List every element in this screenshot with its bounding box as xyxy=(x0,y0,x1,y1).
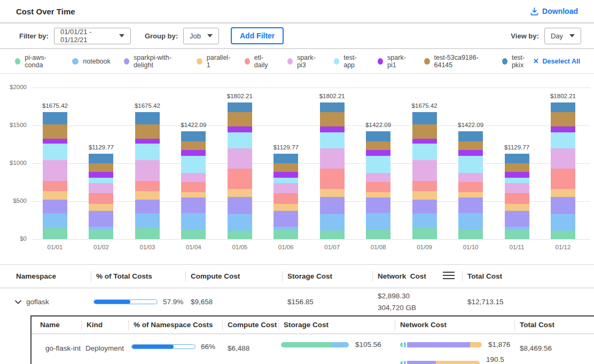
bar-segment-test-app[interactable] xyxy=(135,144,160,160)
bar-segment-etl-daily[interactable] xyxy=(366,182,390,192)
bar-segment-test-53ca9186-64145[interactable] xyxy=(505,163,529,172)
bar-segment-test-app[interactable] xyxy=(412,144,437,160)
bar-segment-spark-pi1[interactable] xyxy=(458,150,483,156)
legend-item-parallel-1[interactable]: parallel-1 xyxy=(197,54,231,69)
bar-segment-test-pkix[interactable] xyxy=(412,112,437,124)
bar-segment-sparkpi-with-delight[interactable] xyxy=(89,211,113,227)
bar-segment-etl-daily[interactable] xyxy=(181,182,206,192)
bar-segment-notebook[interactable] xyxy=(135,213,160,228)
bar-segment-test-app[interactable] xyxy=(551,132,575,148)
col-storage[interactable]: Storage Cost xyxy=(278,319,395,331)
stacked-bar-01/08[interactable] xyxy=(366,131,390,239)
bar-segment-parallel-1[interactable] xyxy=(228,189,252,197)
bar-segment-sparkpi-with-delight[interactable] xyxy=(551,197,575,214)
col-network[interactable]: Network Cost xyxy=(395,319,514,331)
bar-segment-parallel-1[interactable] xyxy=(135,191,160,200)
bar-segment-pi-aws-conda[interactable] xyxy=(320,231,345,239)
bar-segment-test-53ca9186-64145[interactable] xyxy=(273,163,298,172)
bar-segment-spark-pi1[interactable] xyxy=(43,139,67,144)
bar-segment-test-53ca9186-64145[interactable] xyxy=(89,163,113,172)
bar-segment-test-app[interactable] xyxy=(458,156,483,172)
legend-item-test-pkix[interactable]: test-pkix xyxy=(502,54,533,69)
bar-segment-test-app[interactable] xyxy=(181,156,206,172)
bar-segment-test-53ca9186-64145[interactable] xyxy=(320,112,345,127)
bar-segment-test-app[interactable] xyxy=(228,132,252,148)
col-kind[interactable]: Kind xyxy=(81,319,128,331)
bar-segment-test-53ca9186-64145[interactable] xyxy=(135,124,160,139)
col-storage[interactable]: Storage Cost xyxy=(282,271,372,282)
bar-segment-notebook[interactable] xyxy=(320,214,345,231)
bar-segment-notebook[interactable] xyxy=(412,213,437,228)
bar-segment-spark-pi1[interactable] xyxy=(366,150,390,156)
bar-segment-spark-pi3[interactable] xyxy=(551,148,575,168)
bar-segment-test-53ca9186-64145[interactable] xyxy=(551,112,575,127)
bar-segment-spark-pi1[interactable] xyxy=(412,139,437,144)
bar-segment-test-pkix[interactable] xyxy=(135,112,160,124)
legend-item-sparkpi-with-delight[interactable]: sparkpi-with-delight xyxy=(124,54,183,69)
bar-segment-sparkpi-with-delight[interactable] xyxy=(181,197,206,213)
bar-segment-parallel-1[interactable] xyxy=(181,192,206,197)
bar-segment-parallel-1[interactable] xyxy=(458,192,483,197)
col-total[interactable]: Total Cost xyxy=(514,319,594,331)
bar-segment-spark-pi3[interactable] xyxy=(320,148,345,168)
bar-segment-spark-pi3[interactable] xyxy=(505,183,529,193)
bar-segment-pi-aws-conda[interactable] xyxy=(412,228,437,239)
bar-segment-etl-daily[interactable] xyxy=(43,181,67,191)
namespace-expander[interactable]: goflask xyxy=(0,298,91,306)
col-compute[interactable]: Compute Cost xyxy=(222,319,278,331)
bar-segment-notebook[interactable] xyxy=(551,214,575,231)
bar-segment-parallel-1[interactable] xyxy=(273,204,298,211)
group-by-dropdown[interactable]: Job xyxy=(183,28,219,44)
col-network[interactable]: Network Cost xyxy=(372,271,462,282)
stacked-bar-01/11[interactable] xyxy=(505,154,529,239)
bar-segment-test-pkix[interactable] xyxy=(551,102,575,112)
legend-item-test-app[interactable]: test-app xyxy=(334,54,364,69)
legend-item-notebook[interactable]: notebook xyxy=(72,58,110,65)
column-menu-icon[interactable] xyxy=(443,272,455,280)
legend-item-etl-daily[interactable]: etl-daily xyxy=(245,54,274,69)
col-pct-total[interactable]: % of Total Costs xyxy=(91,271,185,282)
bar-segment-pi-aws-conda[interactable] xyxy=(366,230,390,239)
bar-segment-pi-aws-conda[interactable] xyxy=(89,230,113,239)
bar-segment-spark-pi1[interactable] xyxy=(551,126,575,132)
bar-segment-parallel-1[interactable] xyxy=(366,192,390,197)
bar-segment-pi-aws-conda[interactable] xyxy=(135,228,160,239)
stacked-bar-01/09[interactable] xyxy=(412,112,437,239)
deselect-all-button[interactable]: ✕ Deselect All xyxy=(533,57,580,65)
bar-segment-parallel-1[interactable] xyxy=(43,191,67,200)
bar-segment-test-app[interactable] xyxy=(366,156,390,172)
bar-segment-spark-pi3[interactable] xyxy=(89,183,113,193)
col-compute[interactable]: Compute Cost xyxy=(185,271,282,282)
bar-segment-notebook[interactable] xyxy=(43,213,67,228)
bar-segment-test-53ca9186-64145[interactable] xyxy=(412,124,437,139)
bar-segment-test-app[interactable] xyxy=(273,178,298,183)
bar-segment-test-app[interactable] xyxy=(43,144,67,160)
bar-segment-etl-daily[interactable] xyxy=(273,193,298,204)
bar-segment-parallel-1[interactable] xyxy=(412,191,437,200)
bar-segment-sparkpi-with-delight[interactable] xyxy=(43,200,67,213)
bar-segment-spark-pi1[interactable] xyxy=(273,172,298,178)
bar-segment-sparkpi-with-delight[interactable] xyxy=(412,200,437,213)
bar-segment-parallel-1[interactable] xyxy=(89,204,113,211)
bar-segment-sparkpi-with-delight[interactable] xyxy=(228,197,252,214)
legend-item-test-53ca9186-64145[interactable]: test-53ca9186-64145 xyxy=(424,54,489,69)
col-total[interactable]: Total Cost xyxy=(462,271,578,282)
bar-segment-test-pkix[interactable] xyxy=(505,154,529,163)
stacked-bar-01/03[interactable] xyxy=(135,112,160,239)
bar-segment-spark-pi3[interactable] xyxy=(228,148,252,168)
bar-segment-test-pkix[interactable] xyxy=(273,154,298,163)
stacked-bar-01/06[interactable] xyxy=(273,154,298,239)
bar-segment-test-pkix[interactable] xyxy=(320,102,345,112)
bar-segment-pi-aws-conda[interactable] xyxy=(228,231,252,239)
bar-segment-spark-pi1[interactable] xyxy=(228,126,252,132)
bar-segment-test-pkix[interactable] xyxy=(366,131,390,141)
bar-segment-parallel-1[interactable] xyxy=(551,189,575,197)
stacked-bar-01/10[interactable] xyxy=(458,131,483,239)
download-button[interactable]: Download xyxy=(530,7,578,15)
bar-segment-sparkpi-with-delight[interactable] xyxy=(273,211,298,227)
stacked-bar-01/01[interactable] xyxy=(43,112,67,239)
bar-segment-sparkpi-with-delight[interactable] xyxy=(135,200,160,213)
bar-segment-etl-daily[interactable] xyxy=(458,182,483,192)
bar-segment-test-53ca9186-64145[interactable] xyxy=(366,141,390,150)
bar-segment-spark-pi1[interactable] xyxy=(505,172,529,178)
